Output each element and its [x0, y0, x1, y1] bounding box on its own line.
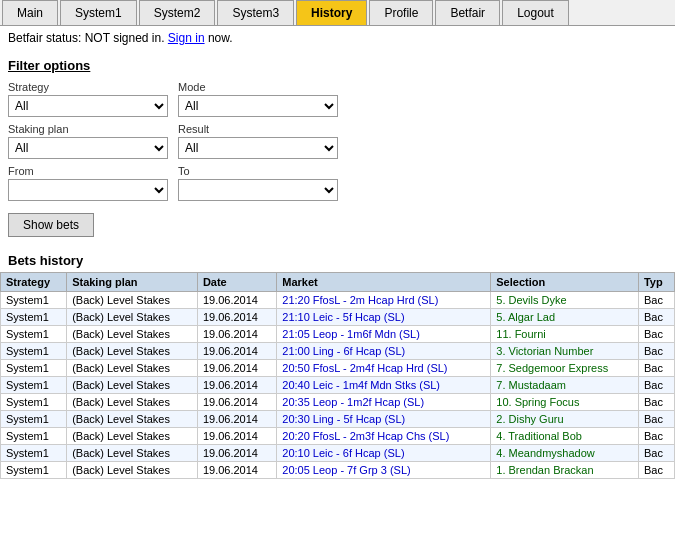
filter-row-2: Staking plan All Result All [8, 123, 667, 159]
table-cell: (Back) Level Stakes [67, 445, 198, 462]
table-cell: (Back) Level Stakes [67, 309, 198, 326]
table-cell: 5. Devils Dyke [491, 292, 639, 309]
filter-section: Filter options Strategy All Mode All Sta… [0, 50, 675, 247]
table-cell: Bac [638, 411, 674, 428]
table-cell: System1 [1, 462, 67, 479]
table-cell: 21:10 Leic - 5f Hcap (SL) [277, 309, 491, 326]
table-row: System1(Back) Level Stakes19.06.201420:5… [1, 360, 675, 377]
table-cell: (Back) Level Stakes [67, 292, 198, 309]
bets-table: Strategy Staking plan Date Market Select… [0, 272, 675, 479]
filter-group-from: From [8, 165, 168, 201]
table-cell: Bac [638, 309, 674, 326]
table-row: System1(Back) Level Stakes19.06.201420:4… [1, 377, 675, 394]
from-select[interactable] [8, 179, 168, 201]
table-cell: System1 [1, 326, 67, 343]
table-cell: Bac [638, 394, 674, 411]
table-cell: 20:05 Leop - 7f Grp 3 (SL) [277, 462, 491, 479]
status-suffix: now. [205, 31, 233, 45]
tab-logout[interactable]: Logout [502, 0, 569, 25]
table-cell: (Back) Level Stakes [67, 360, 198, 377]
staking-label: Staking plan [8, 123, 168, 135]
table-cell: 19.06.2014 [197, 377, 276, 394]
tab-system3[interactable]: System3 [217, 0, 294, 25]
table-cell: (Back) Level Stakes [67, 394, 198, 411]
table-row: System1(Back) Level Stakes19.06.201420:2… [1, 428, 675, 445]
table-header-row: Strategy Staking plan Date Market Select… [1, 273, 675, 292]
table-row: System1(Back) Level Stakes19.06.201420:3… [1, 394, 675, 411]
tab-system1[interactable]: System1 [60, 0, 137, 25]
table-cell: 7. Sedgemoor Express [491, 360, 639, 377]
strategy-label: Strategy [8, 81, 168, 93]
table-cell: 20:40 Leic - 1m4f Mdn Stks (SL) [277, 377, 491, 394]
table-cell: System1 [1, 343, 67, 360]
tab-system2[interactable]: System2 [139, 0, 216, 25]
table-cell: (Back) Level Stakes [67, 326, 198, 343]
bets-table-wrapper: Strategy Staking plan Date Market Select… [0, 272, 675, 479]
table-cell: 4. Meandmyshadow [491, 445, 639, 462]
table-cell: (Back) Level Stakes [67, 343, 198, 360]
table-row: System1(Back) Level Stakes19.06.201420:0… [1, 462, 675, 479]
table-cell: 20:20 FfosL - 2m3f Hcap Chs (SL) [277, 428, 491, 445]
table-row: System1(Back) Level Stakes19.06.201420:1… [1, 445, 675, 462]
table-cell: 19.06.2014 [197, 309, 276, 326]
table-cell: 10. Spring Focus [491, 394, 639, 411]
col-staking: Staking plan [67, 273, 198, 292]
status-bar: Betfair status: NOT signed in. Sign in n… [0, 26, 675, 50]
tab-history[interactable]: History [296, 0, 367, 25]
table-cell: 19.06.2014 [197, 445, 276, 462]
result-label: Result [178, 123, 338, 135]
staking-select[interactable]: All [8, 137, 168, 159]
mode-label: Mode [178, 81, 338, 93]
show-bets-button[interactable]: Show bets [8, 213, 94, 237]
table-cell: System1 [1, 377, 67, 394]
table-cell: 19.06.2014 [197, 428, 276, 445]
table-cell: Bac [638, 377, 674, 394]
table-cell: (Back) Level Stakes [67, 462, 198, 479]
from-label: From [8, 165, 168, 177]
table-cell: 4. Traditional Bob [491, 428, 639, 445]
bets-history-title: Bets history [0, 247, 675, 272]
table-cell: 19.06.2014 [197, 292, 276, 309]
table-cell: 20:35 Leop - 1m2f Hcap (SL) [277, 394, 491, 411]
col-date: Date [197, 273, 276, 292]
table-cell: 3. Victorian Number [491, 343, 639, 360]
filter-group-staking: Staking plan All [8, 123, 168, 159]
to-select[interactable] [178, 179, 338, 201]
table-cell: 20:50 FfosL - 2m4f Hcap Hrd (SL) [277, 360, 491, 377]
result-select[interactable]: All [178, 137, 338, 159]
strategy-select[interactable]: All [8, 95, 168, 117]
filter-group-result: Result All [178, 123, 338, 159]
col-strategy: Strategy [1, 273, 67, 292]
table-cell: (Back) Level Stakes [67, 428, 198, 445]
filter-group-mode: Mode All [178, 81, 338, 117]
col-type: Typ [638, 273, 674, 292]
filter-group-to: To [178, 165, 338, 201]
table-row: System1(Back) Level Stakes19.06.201421:0… [1, 326, 675, 343]
table-cell: System1 [1, 411, 67, 428]
table-cell: 11. Fourni [491, 326, 639, 343]
table-cell: 1. Brendan Brackan [491, 462, 639, 479]
mode-select[interactable]: All [178, 95, 338, 117]
table-cell: 19.06.2014 [197, 411, 276, 428]
status-text: Betfair status: NOT signed in. [8, 31, 168, 45]
tab-main[interactable]: Main [2, 0, 58, 25]
col-market: Market [277, 273, 491, 292]
table-cell: Bac [638, 360, 674, 377]
table-row: System1(Back) Level Stakes19.06.201421:2… [1, 292, 675, 309]
table-cell: 19.06.2014 [197, 394, 276, 411]
filter-row-3: From To [8, 165, 667, 201]
table-cell: (Back) Level Stakes [67, 377, 198, 394]
table-cell: Bac [638, 292, 674, 309]
table-cell: Bac [638, 445, 674, 462]
table-cell: 2. Dishy Guru [491, 411, 639, 428]
table-cell: Bac [638, 343, 674, 360]
tab-betfair[interactable]: Betfair [435, 0, 500, 25]
table-row: System1(Back) Level Stakes19.06.201421:1… [1, 309, 675, 326]
table-cell: Bac [638, 428, 674, 445]
sign-in-link[interactable]: Sign in [168, 31, 205, 45]
table-cell: 21:00 Ling - 6f Hcap (SL) [277, 343, 491, 360]
table-cell: 21:20 FfosL - 2m Hcap Hrd (SL) [277, 292, 491, 309]
table-cell: 7. Mustadaam [491, 377, 639, 394]
table-cell: 5. Algar Lad [491, 309, 639, 326]
tab-profile[interactable]: Profile [369, 0, 433, 25]
